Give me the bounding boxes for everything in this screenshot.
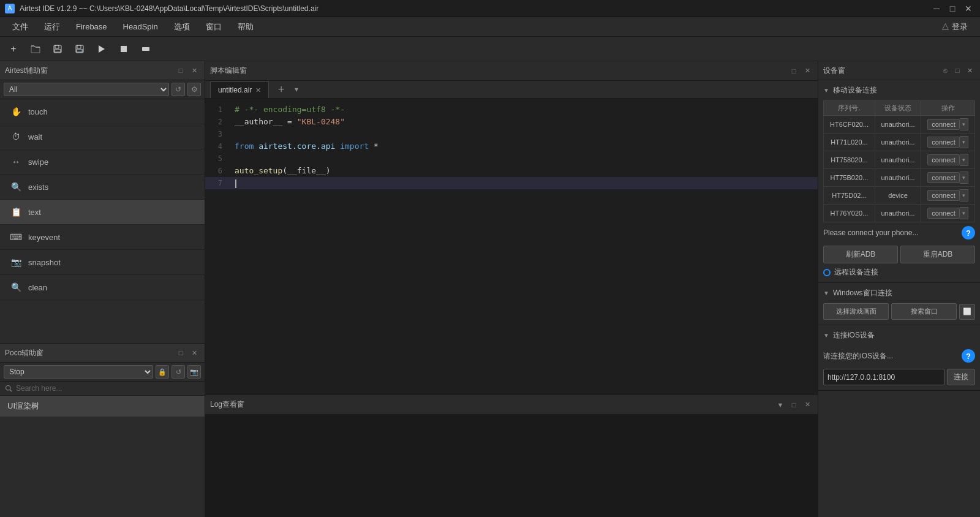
poco-tree-item[interactable]: UI渲染树 bbox=[0, 396, 205, 417]
poco-target-select[interactable]: Stop bbox=[4, 365, 153, 379]
poco-panel-header: Poco辅助窗 □ ✕ bbox=[0, 344, 205, 363]
ios-please-connect-text: 请连接您的iOS设备... bbox=[823, 351, 893, 361]
connect-button-2[interactable]: connect bbox=[927, 137, 960, 148]
editor-tab-untitled[interactable]: untitled.air ✕ bbox=[210, 81, 269, 98]
code-editor-area[interactable]: 1 # -*- encoding=utf8 -*- 2 __author__ =… bbox=[205, 99, 818, 394]
ios-help-button[interactable]: ? bbox=[962, 349, 975, 363]
device-row-1: HT6CF020... unauthori... connect ▾ bbox=[824, 116, 975, 134]
minimize-button[interactable]: ─ bbox=[930, 2, 943, 15]
device-action-cell-5: connect ▾ bbox=[921, 187, 975, 205]
airtest-item-clean[interactable]: 🔍 clean bbox=[0, 275, 205, 300]
please-connect-row: Please connect your phone... ? bbox=[823, 222, 975, 243]
connect-dropdown-6[interactable]: ▾ bbox=[960, 207, 968, 219]
connect-dropdown-4[interactable]: ▾ bbox=[960, 172, 968, 184]
airtest-settings-button[interactable]: ⚙ bbox=[187, 83, 201, 96]
connect-dropdown-1[interactable]: ▾ bbox=[960, 118, 968, 130]
mobile-help-button[interactable]: ? bbox=[962, 226, 975, 240]
refresh-adb-button[interactable]: 刷新ADB bbox=[823, 246, 898, 263]
save-button[interactable] bbox=[49, 40, 66, 58]
maximize-button[interactable]: □ bbox=[946, 2, 959, 15]
airtest-item-wait[interactable]: ⏱ wait bbox=[0, 124, 205, 149]
menu-options[interactable]: 选项 bbox=[167, 19, 197, 35]
poco-search-input[interactable] bbox=[16, 384, 200, 393]
ios-expand-icon: ▼ bbox=[823, 332, 829, 339]
ios-connect-button[interactable]: 连接 bbox=[947, 369, 975, 385]
device-row-2: HT71L020... unauthori... connect ▾ bbox=[824, 134, 975, 151]
connect-button-1[interactable]: connect bbox=[927, 119, 960, 130]
save-as-button[interactable]: + bbox=[71, 40, 88, 58]
connect-button-3[interactable]: connect bbox=[927, 154, 960, 165]
run-button[interactable] bbox=[93, 40, 110, 58]
connect-button-4[interactable]: connect bbox=[927, 172, 960, 183]
left-panel: Airtest辅助窗 □ ✕ All ↺ ⚙ ✋ touch ⏱ bbox=[0, 61, 205, 517]
device-serial-3: HT758020... bbox=[824, 151, 875, 169]
restart-adb-button[interactable]: 重启ADB bbox=[900, 246, 975, 263]
device-panel-detach-button[interactable]: ⎋ bbox=[940, 65, 951, 76]
line-number-7: 7 bbox=[205, 177, 230, 189]
windows-extra-button[interactable]: ⬜ bbox=[959, 304, 975, 320]
log-filter-button[interactable]: ▼ bbox=[775, 399, 786, 410]
airtest-item-snapshot[interactable]: 📷 snapshot bbox=[0, 250, 205, 275]
ios-url-input[interactable] bbox=[823, 369, 944, 385]
menu-run[interactable]: 运行 bbox=[37, 19, 67, 35]
menu-file[interactable]: 文件 bbox=[5, 19, 36, 35]
line-content-2: __author__ = "KBL-0248" bbox=[230, 116, 345, 128]
line-content-4: from airtest.core.api import * bbox=[230, 140, 379, 153]
login-button[interactable]: △ 登录 bbox=[934, 19, 975, 35]
remote-device-radio[interactable] bbox=[823, 269, 831, 276]
new-file-button[interactable]: + bbox=[5, 40, 22, 58]
col-serial: 序列号. bbox=[824, 101, 875, 116]
device-panel-restore-button[interactable]: □ bbox=[952, 65, 963, 76]
svg-rect-9 bbox=[142, 47, 149, 51]
menu-headspin[interactable]: HeadSpin bbox=[116, 20, 165, 34]
connect-cell-3: connect ▾ bbox=[925, 154, 971, 166]
airtest-close-button[interactable]: ✕ bbox=[189, 65, 200, 76]
device-row-4: HT75B020... unauthori... connect ▾ bbox=[824, 169, 975, 187]
airtest-category-select[interactable]: All bbox=[4, 83, 169, 96]
poco-capture-button[interactable]: 📷 bbox=[187, 365, 201, 379]
poco-close-button[interactable]: ✕ bbox=[189, 347, 200, 358]
ios-device-section: ▼ 连接iOS设备 请连接您的iOS设备... ? 连接 bbox=[818, 325, 980, 391]
connect-dropdown-3[interactable]: ▾ bbox=[960, 154, 968, 166]
device-action-cell-2: connect ▾ bbox=[921, 134, 975, 151]
poco-restore-button[interactable]: □ bbox=[175, 347, 186, 358]
open-file-button[interactable] bbox=[27, 40, 44, 58]
remote-device-row: 远程设备连接 bbox=[823, 267, 975, 277]
connect-button-5[interactable]: connect bbox=[927, 190, 960, 201]
menu-help[interactable]: 帮助 bbox=[230, 19, 261, 35]
line-content-1: # -*- encoding=utf8 -*- bbox=[230, 104, 345, 116]
airtest-item-keyevent[interactable]: ⌨ keyevent bbox=[0, 225, 205, 250]
airtest-item-clean-label: clean bbox=[28, 283, 47, 292]
code-line-5: 5 bbox=[205, 153, 818, 165]
editor-restore-button[interactable]: □ bbox=[788, 66, 799, 77]
record-button[interactable] bbox=[137, 40, 154, 58]
connect-button-6[interactable]: connect bbox=[927, 208, 960, 219]
airtest-item-text[interactable]: 📋 text bbox=[0, 200, 205, 225]
connect-dropdown-5[interactable]: ▾ bbox=[960, 189, 968, 202]
airtest-restore-button[interactable]: □ bbox=[175, 65, 186, 76]
windows-section-title: ▼ Windows窗口连接 bbox=[823, 288, 975, 298]
editor-close-button[interactable]: ✕ bbox=[802, 66, 813, 77]
device-status-5: device bbox=[875, 187, 921, 205]
menu-window[interactable]: 窗口 bbox=[198, 19, 229, 35]
tab-close-button[interactable]: ✕ bbox=[255, 86, 261, 94]
editor-add-tab-button[interactable]: + bbox=[273, 81, 290, 98]
airtest-item-exists[interactable]: 🔍 exists bbox=[0, 175, 205, 200]
code-line-3: 3 bbox=[205, 128, 818, 140]
menu-firebase[interactable]: Firebase bbox=[69, 20, 115, 34]
connect-dropdown-2[interactable]: ▾ bbox=[960, 136, 968, 148]
search-window-button[interactable]: 搜索窗口 bbox=[891, 303, 957, 320]
log-close-button[interactable]: ✕ bbox=[802, 399, 813, 410]
airtest-refresh-button[interactable]: ↺ bbox=[172, 83, 185, 96]
close-button[interactable]: ✕ bbox=[962, 2, 975, 15]
airtest-item-swipe-label: swipe bbox=[28, 157, 48, 167]
stop-button[interactable] bbox=[115, 40, 132, 58]
airtest-item-swipe[interactable]: ↔ swipe bbox=[0, 149, 205, 175]
log-maximize-button[interactable]: □ bbox=[788, 399, 799, 410]
poco-lock-button[interactable]: 🔒 bbox=[156, 365, 169, 379]
device-panel-close-button[interactable]: ✕ bbox=[964, 65, 975, 76]
editor-tab-dropdown[interactable]: ▾ bbox=[290, 81, 303, 98]
select-game-button[interactable]: 选择游戏画面 bbox=[823, 303, 889, 320]
poco-refresh-button[interactable]: ↺ bbox=[172, 365, 185, 379]
airtest-item-touch[interactable]: ✋ touch bbox=[0, 99, 205, 124]
